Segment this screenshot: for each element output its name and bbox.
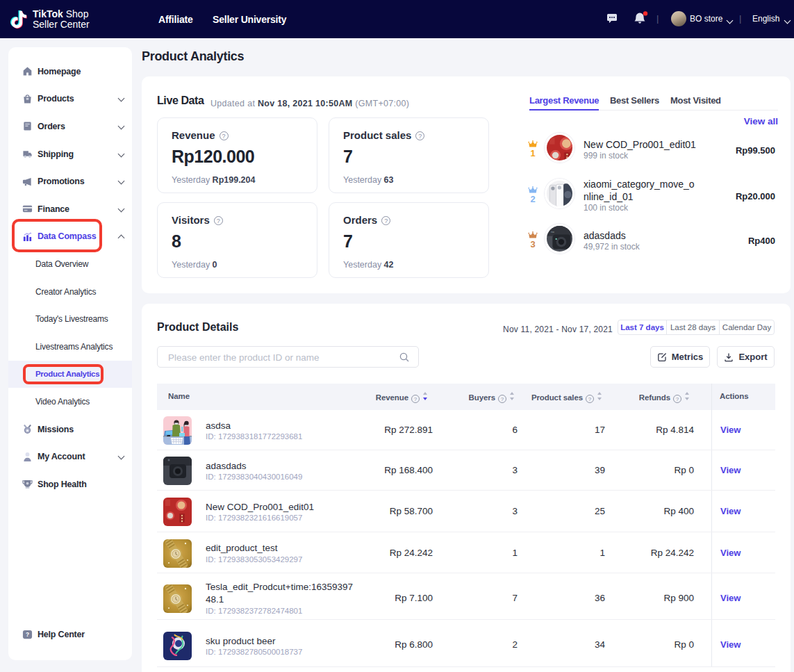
svg-text:?: ? [26, 631, 29, 638]
svg-text:no: no [551, 230, 554, 233]
